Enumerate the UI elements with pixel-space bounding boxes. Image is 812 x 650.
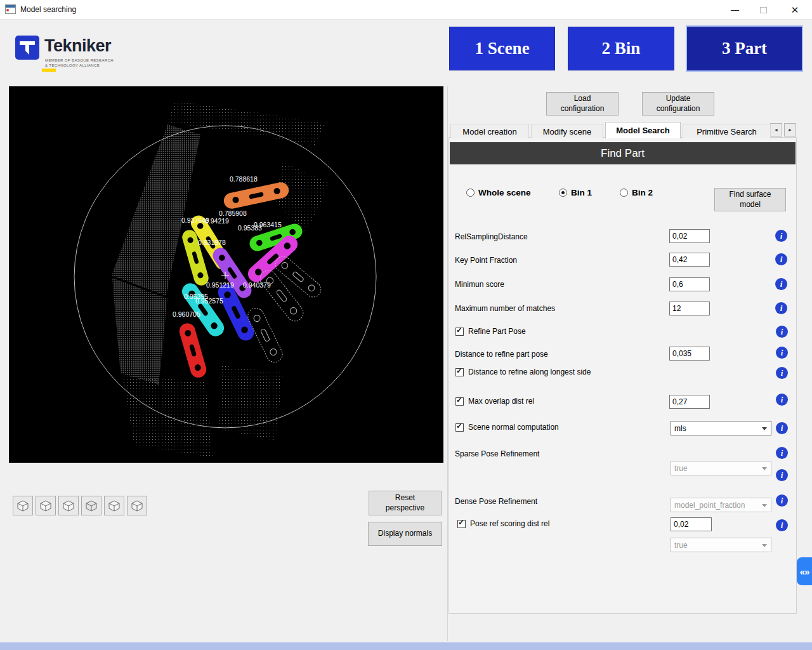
- checkbox-label: Max overlap dist rel: [468, 397, 534, 406]
- select-value: model_point_fraction: [674, 501, 745, 510]
- checkbox-checked-icon: ✓: [455, 368, 464, 376]
- reset-perspective-button[interactable]: Reset perspective: [369, 491, 442, 515]
- minimize-button[interactable]: —: [721, 0, 749, 20]
- cube-icon: [39, 499, 53, 513]
- info-icon[interactable]: i: [776, 422, 788, 434]
- window-bottom-border: [0, 642, 812, 650]
- minimum-score-input[interactable]: [669, 277, 710, 291]
- tab-scroll-left-icon: ◄: [774, 128, 778, 132]
- view-orientation-button-4[interactable]: [81, 496, 102, 515]
- radio-selected-icon: [559, 189, 567, 197]
- key-point-fraction-input[interactable]: [669, 253, 710, 267]
- point-cloud-scene: 0.7886180.7859080.9376490.942190.9634150…: [9, 86, 443, 463]
- cube-icon: [130, 499, 144, 513]
- logo-subtitle-2: & TECHNOLOGY ALLIANCE: [45, 63, 100, 67]
- info-icon[interactable]: i: [776, 347, 788, 359]
- select-value: mls: [674, 424, 686, 433]
- title-bar: Model searching — ✕: [0, 0, 812, 20]
- checkbox-checked-icon: ✓: [455, 423, 464, 432]
- max-overlap-checkbox[interactable]: ✓ Max overlap dist rel: [455, 397, 534, 406]
- step-part-button[interactable]: 3 Part: [687, 27, 802, 70]
- model-point-fraction-select: model_point_fraction: [671, 498, 771, 512]
- detected-part: [223, 181, 291, 210]
- load-configuration-button[interactable]: Load configuration: [546, 92, 619, 116]
- info-icon[interactable]: i: [776, 494, 788, 507]
- detected-part: [178, 321, 208, 379]
- info-icon[interactable]: i: [776, 326, 788, 338]
- point-cloud-viewport[interactable]: 0.7886180.7859080.9376490.942190.9634150…: [9, 86, 443, 463]
- step-bin-button[interactable]: 2 Bin: [568, 27, 674, 70]
- tab-scroll-right-button[interactable]: ►: [784, 123, 796, 136]
- remote-support-icon[interactable]: «»: [797, 557, 812, 585]
- point-cloud-region: [112, 278, 167, 385]
- scene-normal-checkbox[interactable]: ✓ Scene normal computation: [455, 423, 559, 432]
- info-icon[interactable]: i: [776, 519, 788, 531]
- maximize-button[interactable]: [749, 0, 778, 20]
- info-icon[interactable]: i: [776, 394, 788, 406]
- find-part-header: Find Part: [450, 142, 796, 164]
- match-score-label: 0.785908: [219, 209, 247, 217]
- view-orientation-button-5[interactable]: [104, 496, 124, 515]
- app-icon: [5, 4, 16, 14]
- view-orientation-button-1[interactable]: [13, 496, 33, 515]
- field-label-min-score: Minimun score: [455, 280, 504, 289]
- radio-bin-2[interactable]: Bin 2: [620, 188, 653, 197]
- chevron-down-icon: [762, 467, 767, 470]
- tekniker-logo-mark: [15, 36, 39, 62]
- tab-scroll-right-icon: ►: [788, 128, 792, 132]
- radio-whole-scene[interactable]: Whole scene: [466, 188, 531, 197]
- radio-bin-1[interactable]: Bin 1: [559, 188, 592, 197]
- max-matches-input[interactable]: [669, 302, 710, 315]
- tab-model-creation[interactable]: Model creation: [450, 124, 529, 138]
- rel-sampling-input[interactable]: [669, 229, 710, 243]
- pose-ref-scoring-input[interactable]: [671, 517, 712, 531]
- panel-divider: [447, 86, 448, 641]
- info-icon[interactable]: i: [775, 253, 787, 265]
- logo-brand: Tekniker: [44, 36, 111, 56]
- pose-ref-scoring-checkbox[interactable]: ✓ Pose ref scoring dist rel: [457, 519, 549, 528]
- checkbox-label: Refine Part Pose: [468, 327, 526, 336]
- info-icon[interactable]: i: [775, 230, 787, 242]
- display-normals-button[interactable]: Display normals: [368, 522, 442, 546]
- match-score-label: 0.951219: [206, 281, 234, 289]
- tab-modify-scene[interactable]: Modify scene: [531, 124, 603, 138]
- checkbox-checked-icon: ✓: [455, 397, 464, 406]
- max-overlap-input[interactable]: [669, 395, 710, 409]
- refine-part-pose-checkbox[interactable]: ✓ Refine Part Pose: [455, 327, 526, 336]
- match-score-label: 0.952575: [195, 297, 223, 305]
- chevron-down-icon: [762, 544, 767, 547]
- view-orientation-button-2[interactable]: [36, 496, 56, 515]
- tab-model-search[interactable]: Model Search: [605, 122, 681, 138]
- info-icon[interactable]: i: [776, 367, 788, 379]
- point-cloud-region: [218, 366, 283, 441]
- close-button[interactable]: ✕: [778, 0, 812, 20]
- info-icon[interactable]: i: [776, 447, 788, 459]
- remote-support-glyph: «»: [800, 566, 809, 577]
- match-score-label: 0.94219: [205, 217, 229, 225]
- field-label-sparse-pose: Sparse Pose Refinement: [455, 449, 539, 458]
- view-orientation-button-6[interactable]: [127, 496, 147, 515]
- chevron-down-icon: [762, 427, 767, 430]
- info-icon[interactable]: i: [776, 469, 788, 481]
- tab-primitive-search[interactable]: Primitive Search: [683, 124, 771, 138]
- select-value: true: [674, 464, 688, 473]
- step-scene-button[interactable]: 1 Scene: [449, 27, 555, 70]
- checkbox-label: Distance to refine along longest side: [468, 368, 591, 376]
- update-configuration-button[interactable]: Update configuration: [642, 92, 714, 116]
- tab-scroll-left-button[interactable]: ◄: [770, 123, 782, 136]
- find-surface-model-button[interactable]: Find surface model: [714, 188, 786, 211]
- scene-normal-method-select[interactable]: mls: [671, 421, 771, 435]
- radio-icon: [620, 189, 628, 197]
- logo-accent-bar: [42, 69, 56, 72]
- view-orientation-button-3[interactable]: [58, 496, 79, 515]
- chevron-down-icon: [762, 504, 767, 507]
- info-icon[interactable]: i: [775, 302, 787, 314]
- distance-refine-input[interactable]: [669, 347, 710, 361]
- info-icon[interactable]: i: [775, 278, 787, 290]
- point-cloud-region: [122, 375, 213, 458]
- checkbox-checked-icon: ✓: [455, 328, 464, 336]
- distance-longest-side-checkbox[interactable]: ✓ Distance to refine along longest side: [455, 368, 591, 376]
- field-label-max-matches: Maximum number of matches: [455, 304, 555, 313]
- maximize-icon: [760, 7, 767, 13]
- match-score-label: 0.788618: [230, 175, 258, 183]
